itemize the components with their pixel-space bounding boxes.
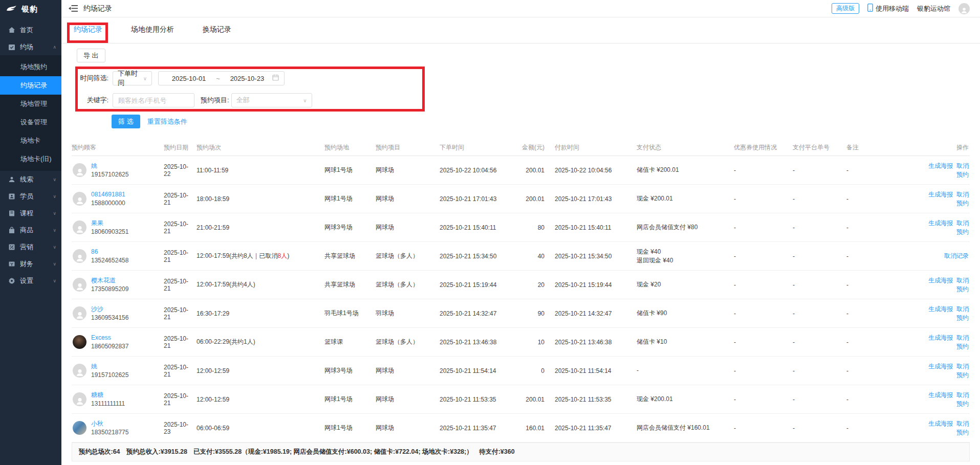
version-badge[interactable]: 高级版 xyxy=(832,3,859,14)
sidebar-item-venue-reserve[interactable]: 场地预约 xyxy=(0,58,61,76)
user-avatar[interactable] xyxy=(959,3,970,14)
cell-coupon: - xyxy=(729,156,788,185)
cell-pay-status: 网店会员储值支付 ¥80 xyxy=(631,213,729,242)
logo-text: 银豹 xyxy=(21,5,38,14)
store-name[interactable]: 银豹运动馆 xyxy=(917,4,950,13)
time-type-select[interactable]: 下单时间 xyxy=(113,71,152,85)
action-link[interactable]: 生成海报 xyxy=(928,334,953,341)
customer-name-link[interactable]: 沙沙 xyxy=(91,305,128,314)
action-link[interactable]: 取消预约 xyxy=(956,162,969,178)
sidebar-item-courses[interactable]: 课程 xyxy=(0,205,61,222)
table-row: 小秋 18350218775 2025-10-23 06:00-06:59 网球… xyxy=(72,414,970,442)
action-link[interactable]: 生成海报 xyxy=(928,277,953,284)
action-link[interactable]: 取消预约 xyxy=(956,391,969,407)
action-link[interactable]: 取消预约 xyxy=(956,363,969,379)
cell-project: 篮球场（多人） xyxy=(371,328,434,357)
header-right: 高级版 使用移动端 银豹运动馆 xyxy=(832,3,970,14)
cell-remark: - xyxy=(841,156,919,185)
customer-phone: 13111111111 xyxy=(91,400,125,408)
cell-platform-no: - xyxy=(788,385,841,414)
cell-amount: 90 xyxy=(511,299,550,328)
cell-venue: 共享篮球场 xyxy=(319,271,371,299)
sidebar-item-students[interactable]: 学员 xyxy=(0,188,61,205)
customer-name-link[interactable]: 樱木花道 xyxy=(91,276,128,285)
customer-name-link[interactable]: 姚 xyxy=(91,362,128,371)
action-link[interactable]: 取消预约 xyxy=(956,334,969,350)
action-link[interactable]: 生成海报 xyxy=(928,162,953,169)
table-row: 0814691881 1588000000 2025-10-21 18:00-1… xyxy=(72,185,970,213)
tab-venue-usage-analysis[interactable]: 场地使用分析 xyxy=(131,17,174,43)
action-link[interactable]: 取消预约 xyxy=(956,420,969,436)
customer-name-link[interactable]: 0814691881 xyxy=(91,190,125,199)
action-link[interactable]: 取消记录 xyxy=(944,252,969,259)
sidebar-item-booking-records[interactable]: 约场记录 xyxy=(0,76,61,95)
filter-button[interactable]: 筛 选 xyxy=(112,115,140,128)
sidebar-item-settings[interactable]: 设置 xyxy=(0,272,61,289)
customer-phone: 13524652458 xyxy=(91,256,128,265)
sidebar-item-marketing[interactable]: 营销 xyxy=(0,238,61,255)
sidebar: 银豹 首页 约场 场地预约 约场记录 场地管理 设备管理 场地卡 场地卡(旧) xyxy=(0,0,61,465)
filter-panel: 时间筛选: 下单时间 2025-10-01 ~ 2025-10-23 关键字: … xyxy=(77,71,980,108)
sidebar-item-home[interactable]: 首页 xyxy=(0,21,61,38)
filter-actions: 筛 选 重置筛选条件 xyxy=(112,115,980,128)
action-link[interactable]: 取消预约 xyxy=(956,305,969,321)
customer-name-link[interactable]: 姚 xyxy=(91,162,128,170)
cell-project: 网球场 xyxy=(371,357,434,385)
date-range-picker[interactable]: 2025-10-01 ~ 2025-10-23 xyxy=(158,71,285,85)
cell-venue: 网球1号场 xyxy=(319,156,371,185)
export-button[interactable]: 导 出 xyxy=(77,49,105,62)
keyword-label: 关键字: xyxy=(77,96,108,105)
cell-date: 2025-10-21 xyxy=(159,357,191,385)
cell-customer: 0814691881 1588000000 xyxy=(72,185,159,213)
action-link[interactable]: 取消预约 xyxy=(956,219,969,235)
action-link[interactable]: 生成海报 xyxy=(928,305,953,313)
cell-pay-status: 储值卡 ¥10 xyxy=(631,328,729,357)
keyword-input[interactable] xyxy=(113,93,194,107)
cell-amount: 200.01 xyxy=(511,156,550,185)
cell-platform-no: - xyxy=(788,299,841,328)
logo-swoosh-icon xyxy=(6,4,18,15)
app-logo[interactable]: 银豹 xyxy=(0,0,61,18)
action-link[interactable]: 生成海报 xyxy=(928,191,953,198)
cell-order-time: 2025-10-21 14:32:47 xyxy=(434,299,511,328)
action-link[interactable]: 生成海报 xyxy=(928,420,953,427)
project-select[interactable]: 全部 xyxy=(231,93,312,107)
action-link[interactable]: 取消预约 xyxy=(956,191,969,207)
table-row: Excess 18605092837 2025-10-21 06:00-22:2… xyxy=(72,328,970,357)
customer-name-link[interactable]: Excess xyxy=(91,334,128,342)
cell-pay-status: 储值卡 ¥200.01 xyxy=(631,156,729,185)
sidebar-item-leads[interactable]: 线索 xyxy=(0,171,61,188)
chevron-down-icon xyxy=(303,98,307,103)
sidebar-item-device-manage[interactable]: 设备管理 xyxy=(0,113,61,131)
cell-platform-no: - xyxy=(788,271,841,299)
sidebar-item-label: 线索 xyxy=(20,175,33,184)
customer-phone: 18350218775 xyxy=(91,428,128,437)
action-link[interactable]: 生成海报 xyxy=(928,391,953,398)
chevron-down-icon xyxy=(53,261,56,267)
customer-name-link[interactable]: 小秋 xyxy=(91,419,128,428)
action-link[interactable]: 生成海报 xyxy=(928,219,953,227)
menu-fold-icon[interactable] xyxy=(69,5,79,12)
tab-booking-records[interactable]: 约场记录 xyxy=(74,17,102,43)
date-to-value: 2025-10-23 xyxy=(222,75,272,82)
action-link[interactable]: 生成海报 xyxy=(928,363,953,370)
reset-filters-link[interactable]: 重置筛选条件 xyxy=(147,117,187,126)
sidebar-item-finance[interactable]: 财务 xyxy=(0,255,61,272)
sidebar-item-venue-card-old[interactable]: 场地卡(旧) xyxy=(0,150,61,168)
cell-session: 06:00-22:29(共约1人) xyxy=(191,328,319,357)
customer-name-link[interactable]: 果果 xyxy=(91,219,128,228)
row-actions: 生成海报取消预约 xyxy=(919,156,970,185)
customer-name-link[interactable]: 86 xyxy=(91,248,128,256)
sidebar-item-venue-card[interactable]: 场地卡 xyxy=(0,131,61,150)
cell-coupon: - xyxy=(729,271,788,299)
summary-bar: 预约总场次:64 预约总收入:¥3915.28 已支付:¥3555.28（现金:… xyxy=(72,442,970,461)
sidebar-item-venue-manage[interactable]: 场地管理 xyxy=(0,95,61,113)
row-actions: 生成海报取消预约 xyxy=(919,271,970,299)
cell-project: 网球场 xyxy=(371,213,434,242)
mobile-app-link[interactable]: 使用移动端 xyxy=(867,4,909,13)
tab-change-records[interactable]: 换场记录 xyxy=(203,17,231,43)
sidebar-item-goods[interactable]: 商品 xyxy=(0,222,61,238)
customer-name-link[interactable]: 糖糖 xyxy=(91,391,125,400)
sidebar-item-booking[interactable]: 约场 xyxy=(0,38,61,55)
action-link[interactable]: 取消预约 xyxy=(956,277,969,293)
